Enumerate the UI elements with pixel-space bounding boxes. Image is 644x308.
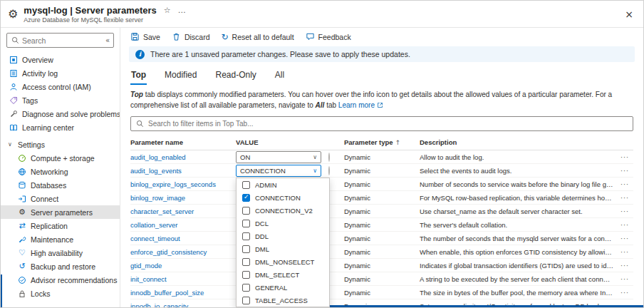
col-value[interactable]: VALUE [236,138,328,146]
row-more-icon[interactable]: ··· [616,289,633,297]
sidebar-item-replication[interactable]: ⇄ Replication [1,219,120,232]
sidebar-group-label: Settings [18,140,45,149]
value-select-open[interactable]: CONNECTION∨ [236,165,321,177]
blade-content: Save Discard ↻ Reset all to default Feed… [120,28,643,308]
dropdown-option[interactable]: DCL [237,217,329,230]
row-more-icon[interactable]: ··· [616,153,633,161]
checkbox[interactable] [242,258,250,266]
title-more-icon[interactable]: … [178,6,186,15]
horizontal-scrollbar[interactable] [324,305,643,307]
sidebar-item-advisor-recommendations[interactable]: Advisor recommendations [1,273,120,287]
row-more-icon[interactable]: ··· [616,180,633,188]
sidebar-item-access-control[interactable]: Access control (IAM) [1,80,120,93]
sidebar-item-locks[interactable]: Locks [1,287,120,300]
learn-more-link[interactable]: Learn more [338,101,375,109]
gear-icon: ⚙ [18,208,26,217]
parameter-link[interactable]: binlog_row_image [130,194,236,202]
row-more-icon[interactable]: ··· [616,207,633,215]
filter-input[interactable] [148,120,628,128]
sidebar-item-label: High availability [31,249,83,257]
row-more-icon[interactable]: ··· [616,248,633,256]
checkbox[interactable] [242,245,250,253]
parameter-link[interactable]: audit_log_events [130,167,236,175]
row-more-icon[interactable]: ··· [616,194,633,202]
row-more-icon[interactable]: ··· [616,221,633,229]
reset-button[interactable]: ↻ Reset all to default [222,33,294,41]
dropdown-option[interactable]: DML [237,242,329,255]
tab-all[interactable]: All [274,68,285,85]
dropdown-option[interactable]: CONNECTION [237,191,329,204]
dropdown-option[interactable]: ADMIN [237,178,329,191]
sidebar-group-settings[interactable]: ∨ Settings [1,138,120,151]
dropdown-option[interactable]: GENERAL [237,281,329,294]
parameter-link[interactable]: innodb_buffer_pool_size [130,289,236,297]
value-select[interactable]: ON∨ [236,151,321,163]
favorite-star-icon[interactable]: ☆ [164,6,171,15]
tab-modified[interactable]: Modified [164,68,197,85]
parameter-link[interactable]: innodb_io_capacity [130,302,236,308]
save-button[interactable]: Save [130,32,160,41]
parameter-link[interactable]: init_connect [130,275,236,283]
parameter-link[interactable]: connect_timeout [130,235,236,242]
sidebar-group-power-platform[interactable]: ∨ Power Platform [1,304,120,308]
close-icon[interactable]: × [622,9,636,20]
parameter-link[interactable]: gtid_mode [130,262,236,270]
dropdown-option[interactable]: DML_SELECT [237,268,329,281]
checkbox[interactable] [242,194,250,202]
table-filter[interactable] [130,116,633,131]
sidebar-item-server-parameters[interactable]: ⚙ Server parameters [1,205,120,219]
table-row: audit_log_enabled ON∨ Dynamic Allow to a… [130,150,633,164]
sidebar-item-compute-storage[interactable]: Compute + storage [1,151,120,165]
checkbox[interactable] [242,271,250,279]
discard-button[interactable]: Discard [172,32,210,41]
option-label: DML_SELECT [255,271,299,279]
parameter-description: Allow to audit the log. [420,153,616,161]
col-parameter-name[interactable]: Parameter name [130,138,236,146]
sidebar-item-activity-log[interactable]: Activity log [1,66,120,80]
dropdown-option[interactable]: DML_NONSELECT [237,255,329,268]
checkbox[interactable] [242,297,250,304]
sidebar-item-learning-center[interactable]: Learning center [1,120,120,134]
dropdown-option[interactable]: CONNECTION_V2 [237,204,329,217]
row-more-icon[interactable]: ··· [616,262,633,270]
checkbox[interactable] [242,232,250,240]
info-circle-icon[interactable] [328,166,330,175]
parameters-table: Parameter name VALUE Parameter type↑ Des… [130,135,633,308]
dropdown-option[interactable]: TABLE_ACCESS [237,294,329,307]
dropdown-option[interactable]: DDL [237,230,329,242]
option-label: DDL [255,232,269,240]
vertical-scrollbar[interactable] [1,274,2,307]
col-parameter-type[interactable]: Parameter type↑ [344,138,420,146]
diagnose-icon [9,110,18,118]
row-more-icon[interactable]: ··· [616,235,633,242]
sidebar-item-backup-restore[interactable]: ↺ Backup and restore [1,260,120,273]
sidebar-item-overview[interactable]: Overview [1,53,120,66]
sidebar-item-diagnose[interactable]: Diagnose and solve problems [1,107,120,120]
parameter-link[interactable]: audit_log_enabled [130,153,236,161]
col-description[interactable]: Description [420,138,616,146]
checkbox[interactable] [242,207,250,215]
tab-read-only[interactable]: Read-Only [214,68,256,85]
info-circle-icon[interactable] [328,153,330,162]
sidebar-item-networking[interactable]: Networking [1,165,120,178]
checkbox[interactable] [242,284,250,292]
parameter-link[interactable]: enforce_gtid_consistency [130,248,236,256]
row-more-icon[interactable]: ··· [616,275,633,283]
sidebar-item-databases[interactable]: Databases [1,178,120,192]
checkbox[interactable] [242,220,250,227]
sidebar-item-connect[interactable]: Connect [1,192,120,205]
tab-top[interactable]: Top [130,68,147,85]
sidebar-item-tags[interactable]: Tags [1,93,120,107]
parameter-link[interactable]: character_set_server [130,207,236,215]
parameter-link[interactable]: collation_server [130,221,236,229]
parameter-link[interactable]: binlog_expire_logs_seconds [130,180,236,188]
search-input[interactable] [22,36,103,45]
collapse-icon[interactable]: « [105,36,110,44]
row-more-icon[interactable]: ··· [616,167,633,175]
sidebar-item-high-availability[interactable]: ♡ High availability [1,246,120,260]
sidebar-search[interactable]: « [6,33,114,48]
checkbox[interactable] [242,181,250,189]
sidebar-item-maintenance[interactable]: Maintenance [1,232,120,246]
option-label: TABLE_ACCESS [255,297,308,304]
feedback-button[interactable]: Feedback [306,32,351,41]
